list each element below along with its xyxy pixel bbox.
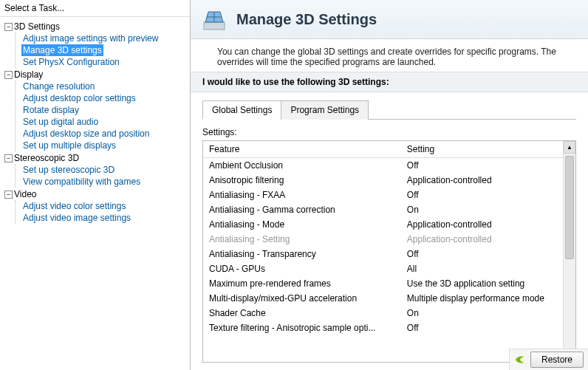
setting-cell[interactable]: Off [401,158,563,174]
table-row[interactable]: Multi-display/mixed-GPU accelerationMult… [203,291,563,306]
scroll-up-arrow[interactable]: ▲ [564,141,575,154]
table-row[interactable]: Maximum pre-rendered framesUse the 3D ap… [203,276,563,291]
setting-cell[interactable]: Application-controlled [401,217,563,232]
setting-cell[interactable]: Multiple display performance mode [401,291,563,306]
settings-label: Settings: [202,127,576,137]
tree-group-label[interactable]: Video [14,189,36,199]
setting-cell[interactable]: Use the 3D application setting [401,276,563,291]
setting-cell[interactable]: On [401,202,563,217]
tree-item[interactable]: Rotate display [21,104,81,116]
setting-cell[interactable]: Application-controlled [401,173,563,188]
setting-cell[interactable]: On [401,306,563,321]
setting-cell[interactable]: Off [401,247,563,261]
tree-item[interactable]: Manage 3D settings [21,44,103,56]
settings-table: Feature Setting Ambient OcclusionOffAnis… [203,141,563,335]
table-row[interactable]: Shader CacheOn [203,306,563,321]
feature-cell: Multi-display/mixed-GPU acceleration [203,291,401,306]
table-row[interactable]: Texture filtering - Anisotropic sample o… [203,321,563,335]
feature-cell: Antialiasing - FXAA [203,188,401,202]
setting-cell[interactable]: Off [401,188,563,202]
nvidia-logo-icon [514,354,526,366]
tree-item[interactable]: Set up stereoscopic 3D [21,164,116,176]
setting-cell[interactable]: Off [401,321,563,335]
feature-cell: Antialiasing - Mode [203,217,401,232]
table-row[interactable]: CUDA - GPUsAll [203,261,563,276]
table-row[interactable]: Antialiasing - Gamma correctionOn [203,202,563,217]
content-area: Manage 3D Settings You can change the gl… [191,0,588,370]
feature-cell: Ambient Occlusion [203,158,401,174]
table-row[interactable]: Ambient OcclusionOff [203,158,563,174]
tree-toggle[interactable]: − [4,71,13,79]
page-title: Manage 3D Settings [236,11,377,28]
tree-toggle[interactable]: − [4,23,13,31]
feature-cell: CUDA - GPUs [203,261,401,276]
feature-cell: Antialiasing - Setting [203,232,401,247]
feature-cell: Maximum pre-rendered frames [203,276,401,291]
page-description: You can change the global 3D settings an… [191,39,588,72]
setting-cell[interactable]: Application-controlled [401,232,563,247]
table-row[interactable]: Antialiasing - SettingApplication-contro… [203,232,563,247]
scroll-thumb[interactable] [565,156,574,259]
tree-item[interactable]: Set up digital audio [21,116,100,128]
task-sidebar: Select a Task... −3D SettingsAdjust imag… [0,0,191,370]
tree-item[interactable]: View compatibility with games [21,176,142,188]
tree-item[interactable]: Set PhysX Configuration [21,56,121,68]
table-row[interactable]: Anisotropic filteringApplication-control… [203,173,563,188]
page-header: Manage 3D Settings [191,0,588,39]
feature-cell: Anisotropic filtering [203,173,401,188]
tree-item[interactable]: Adjust image settings with preview [21,32,160,44]
feature-cell: Texture filtering - Anisotropic sample o… [203,321,401,335]
table-row[interactable]: Antialiasing - TransparencyOff [203,247,563,261]
setting-cell[interactable]: All [401,261,563,276]
tree-item[interactable]: Adjust video image settings [21,212,132,224]
section-heading: I would like to use the following 3D set… [191,72,588,92]
sidebar-title: Select a Task... [0,0,190,17]
feature-cell: Antialiasing - Transparency [203,247,401,261]
tree-item[interactable]: Adjust desktop size and position [21,128,151,140]
tree-item[interactable]: Adjust video color settings [21,200,127,212]
tree-item[interactable]: Set up multiple displays [21,140,117,151]
footer-bar: Restore [509,349,588,370]
settings-3d-icon [201,6,228,32]
tree-group-label[interactable]: 3D Settings [14,21,60,32]
feature-cell: Antialiasing - Gamma correction [203,202,401,217]
tree-toggle[interactable]: − [4,154,13,162]
svg-rect-0 [204,22,225,30]
feature-cell: Shader Cache [203,306,401,321]
restore-button[interactable]: Restore [530,352,584,368]
table-row[interactable]: Antialiasing - ModeApplication-controlle… [203,217,563,232]
table-row[interactable]: Antialiasing - FXAAOff [203,188,563,202]
tree-item[interactable]: Adjust desktop color settings [21,92,137,104]
vertical-scrollbar[interactable]: ▲ ▼ [563,141,575,362]
tree-item[interactable]: Change resolution [21,80,96,92]
tree-group-label[interactable]: Display [14,69,43,80]
settings-table-container: Feature Setting Ambient OcclusionOffAnis… [202,140,576,363]
tab-global-settings[interactable]: Global Settings [202,100,281,120]
settings-tabs: Global SettingsProgram Settings [202,100,576,120]
task-tree: −3D SettingsAdjust image settings with p… [0,17,190,370]
tab-program-settings[interactable]: Program Settings [281,100,369,120]
tree-group-label[interactable]: Stereoscopic 3D [14,153,79,163]
column-feature[interactable]: Feature [203,141,401,158]
column-setting[interactable]: Setting [401,141,563,158]
tree-toggle[interactable]: − [4,191,13,199]
